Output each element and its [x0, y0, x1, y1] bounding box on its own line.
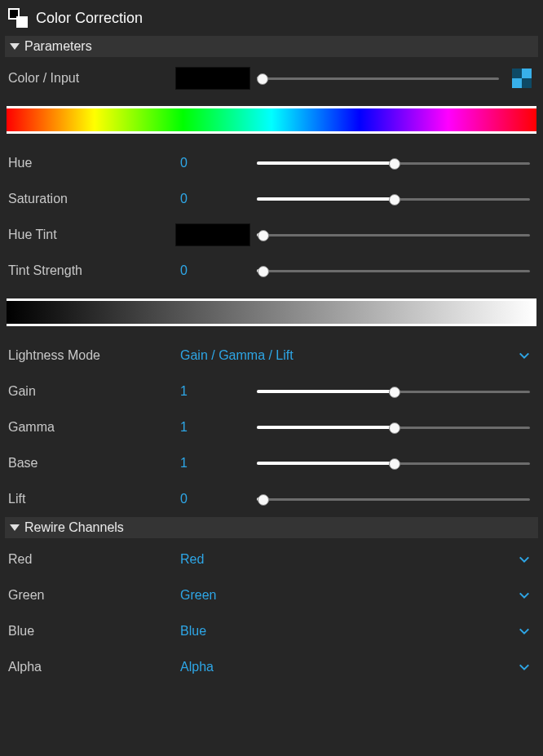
section-parameters-body: Color / Input Hue 0	[5, 57, 538, 517]
slider-base[interactable]	[257, 455, 530, 471]
row-rewire-alpha[interactable]: Alpha Alpha	[5, 649, 538, 685]
label-lightness-mode: Lightness Mode	[8, 348, 175, 363]
section-rewire-label: Rewire Channels	[24, 520, 124, 535]
row-lift: Lift 0	[5, 481, 538, 517]
chevron-down-icon	[519, 590, 530, 601]
section-rewire-header[interactable]: Rewire Channels	[5, 517, 538, 538]
value-base[interactable]: 1	[175, 456, 188, 471]
slider-hue[interactable]	[257, 155, 530, 171]
label-rewire-alpha: Alpha	[8, 660, 175, 674]
slider-gain[interactable]	[257, 383, 530, 400]
value-rewire-green: Green	[175, 588, 216, 603]
label-rewire-green: Green	[8, 588, 175, 603]
swatch-hue-tint[interactable]	[175, 223, 250, 246]
label-base: Base	[8, 456, 175, 471]
chevron-down-icon	[519, 626, 530, 637]
label-tint-strength: Tint Strength	[8, 263, 175, 278]
row-hue-tint: Hue Tint	[5, 217, 538, 253]
row-rewire-green[interactable]: Green Green	[5, 577, 538, 613]
color-correction-panel: Color Correction Parameters Color / Inpu…	[0, 0, 543, 756]
row-base: Base 1	[5, 445, 538, 481]
swatch-color-input[interactable]	[175, 67, 250, 90]
value-gamma[interactable]: 1	[175, 420, 188, 435]
color-correction-icon	[8, 8, 28, 28]
slider-tint-strength[interactable]	[257, 263, 530, 279]
row-hue: Hue 0	[5, 145, 538, 181]
expand-icon	[10, 43, 20, 50]
label-saturation: Saturation	[8, 192, 175, 206]
row-saturation: Saturation 0	[5, 181, 538, 217]
lightness-gradient-strip[interactable]	[7, 298, 536, 326]
row-tint-strength: Tint Strength 0	[5, 253, 538, 289]
value-rewire-red: Red	[175, 552, 204, 567]
value-rewire-alpha: Alpha	[175, 660, 214, 674]
slider-saturation[interactable]	[257, 191, 530, 207]
section-parameters-header[interactable]: Parameters	[5, 36, 538, 57]
row-color-input: Color / Input	[5, 60, 538, 96]
hue-spectrum-strip[interactable]	[7, 106, 536, 134]
panel-title-bar: Color Correction	[5, 5, 538, 36]
slider-color-input[interactable]	[257, 70, 499, 86]
chevron-down-icon	[519, 661, 530, 673]
value-lightness-mode: Gain / Gamma / Lift	[175, 348, 294, 363]
label-gain: Gain	[8, 384, 175, 399]
section-rewire-body: Red Red Green Green Blue Blue Alpha Alph…	[5, 538, 538, 685]
value-saturation[interactable]: 0	[175, 192, 188, 206]
section-parameters-label: Parameters	[24, 39, 92, 54]
expand-icon	[10, 524, 20, 531]
label-color-input: Color / Input	[8, 71, 175, 86]
row-rewire-blue[interactable]: Blue Blue	[5, 613, 538, 649]
label-rewire-red: Red	[8, 552, 175, 567]
label-lift: Lift	[8, 492, 175, 506]
value-gain[interactable]: 1	[175, 384, 188, 399]
value-lift[interactable]: 0	[175, 492, 188, 506]
texture-picker-button[interactable]	[512, 69, 532, 88]
panel-title: Color Correction	[36, 10, 143, 27]
row-lightness-mode[interactable]: Lightness Mode Gain / Gamma / Lift	[5, 338, 538, 374]
chevron-down-icon	[519, 554, 530, 565]
value-rewire-blue: Blue	[175, 624, 206, 639]
value-tint-strength[interactable]: 0	[175, 263, 188, 278]
value-hue[interactable]: 0	[175, 156, 188, 170]
slider-lift[interactable]	[257, 491, 530, 507]
label-gamma: Gamma	[8, 420, 175, 435]
chevron-down-icon	[519, 350, 530, 361]
row-gamma: Gamma 1	[5, 409, 538, 445]
row-rewire-red[interactable]: Red Red	[5, 542, 538, 577]
slider-hue-tint[interactable]	[257, 227, 530, 243]
label-rewire-blue: Blue	[8, 624, 175, 639]
slider-gamma[interactable]	[257, 419, 530, 435]
row-gain: Gain 1	[5, 374, 538, 409]
label-hue: Hue	[8, 156, 175, 170]
label-hue-tint: Hue Tint	[8, 228, 175, 242]
